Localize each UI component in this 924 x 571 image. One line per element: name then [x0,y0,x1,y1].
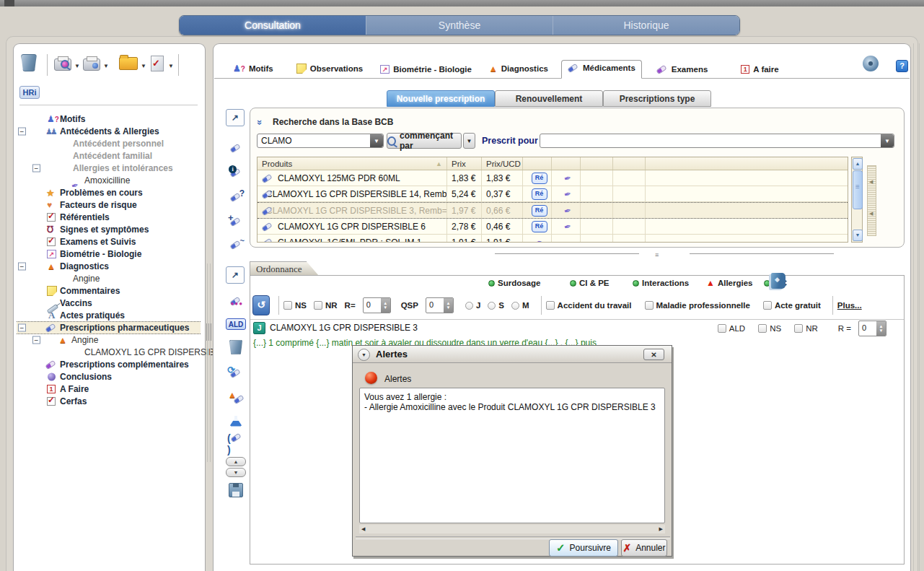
tree-item-vaccins[interactable]: Vaccins [17,297,201,309]
collapse-chevrons-icon[interactable]: » [255,120,265,123]
renew-drug-button[interactable]: ⟳ [227,365,245,382]
drug-info-button[interactable]: i [227,164,245,181]
help-button[interactable]: ? [896,60,908,72]
horizontal-splitter[interactable]: ≡ [495,250,834,256]
top-tab-synthese[interactable]: Synthèse [366,16,553,35]
annuler-button[interactable]: ✗ Annuler [621,539,667,557]
table-vertical-scrollbar[interactable]: ▲ ▼ [851,157,863,243]
scroll-right-icon[interactable]: ▶ [659,526,663,532]
rx-nr-checkbox[interactable] [794,324,803,333]
tree-item-referentiels[interactable]: Référentiels [17,211,201,223]
open-folder-button[interactable] [119,57,141,79]
drug-equivalent-button[interactable]: ~ [227,236,245,253]
tree-item-prescriptions-pharma[interactable]: − Prescriptions pharmaceutiques [17,321,201,334]
link-diagnostic-button[interactable]: ▲ [227,389,245,406]
dialog-menu-button[interactable]: ▼ [358,349,370,361]
subtab-renouvellement[interactable]: Renouvellement [495,90,603,107]
ald-button[interactable]: ALD [226,318,246,330]
plus-link[interactable]: Plus... [837,301,862,310]
move-up-button[interactable]: ▲ [226,457,246,466]
expand-ordonnance-button[interactable]: ↗ [226,266,245,284]
hri-button[interactable]: HRi [19,86,40,99]
tree-item-biometrie[interactable]: ↗ Biométrie - Biologie [17,248,201,260]
collapse-toggle[interactable]: − [18,262,26,270]
scroll-down-icon[interactable]: ▼ [853,230,863,241]
tree-item-diagnostics[interactable]: − ▲ Diagnostics [17,260,201,272]
col-prix-ucd[interactable]: Prix/UCD [482,157,523,170]
accident-travail-checkbox[interactable] [546,301,555,310]
tree-item-motifs[interactable]: ♟? Motifs [17,113,201,125]
splitter-left-icon[interactable]: ◀ [869,211,873,217]
feather-slash-icon[interactable]: ✒ [563,172,573,183]
drug-question-button[interactable]: ? [227,188,245,206]
search-mode-dropdown[interactable]: ▼ [463,133,475,149]
settings-button[interactable] [863,56,881,74]
close-button[interactable]: ✕ [643,349,664,360]
panel-splitter-grip[interactable] [206,323,211,341]
splitter-left-icon[interactable]: ◀ [869,179,873,185]
tab-examens[interactable]: Examens [651,62,714,78]
tab-diagnostics[interactable]: ▲ Diagnostics [483,61,554,78]
drug-search-combobox[interactable]: CLAMO ▼ [257,134,384,148]
dropdown-arrow-icon[interactable]: ▼ [370,134,383,147]
tree-item-prescriptions-compl[interactable]: Prescriptions complémentaires [17,358,201,370]
table-side-splitter[interactable]: ◀ ◀ [867,165,876,236]
maladie-pro-checkbox[interactable] [645,301,654,310]
tree-item-signes-symptomes[interactable]: ℧ Signes et symptômes [17,223,201,235]
tree-item-problemes[interactable]: ★ Problèmes en cours [17,186,201,199]
top-tab-consultation[interactable]: Consultation [180,16,366,35]
subtab-prescriptions-type[interactable]: Prescriptions type [603,90,711,107]
tree-item-facteurs-risque[interactable]: ♥ Facteurs de risque [17,199,201,211]
col-produits[interactable]: Produits▲ [258,157,447,170]
tree-item-clamoxyl[interactable]: CLAMOXYL 1G CPR DISPERSIBLE [17,346,201,358]
tree-item-angine-diag[interactable]: Angine [17,272,201,284]
print-dropdown-arrow[interactable]: ▼ [74,63,80,69]
rx-r-spinner[interactable]: 0▲▼ [858,321,886,336]
lab-button[interactable] [227,412,245,430]
semaines-radio[interactable] [488,302,496,310]
product-row[interactable]: CLAMOXYL 1G CPR DISPERSIBLE 14, Remb=65 … [258,186,848,202]
acte-gratuit-checkbox[interactable] [763,301,772,310]
tree-item-commentaires[interactable]: Commentaires [17,284,201,297]
move-down-button[interactable]: ▼ [226,468,246,477]
tree-item-cerfas[interactable]: Cerfas [17,395,201,407]
save-button[interactable] [227,481,245,499]
print-prescription-button[interactable] [54,58,76,80]
dialog-horizontal-scrollbar[interactable]: ◀ ▶ [359,525,665,533]
tree-item-antecedent-personnel[interactable]: Antécédent personnel [17,137,201,149]
ns-checkbox[interactable] [283,301,292,310]
search-starts-with-button[interactable]: commençant par [387,133,462,149]
bcb-book-icon[interactable] [771,273,786,289]
tab-biometrie[interactable]: ↗ Biométrie - Biologie [374,62,478,78]
r-spinner[interactable]: 0▲▼ [363,297,391,313]
delete-line-button[interactable] [227,339,245,356]
rx-ald-checkbox[interactable] [718,324,726,333]
nr-checkbox[interactable] [314,301,322,310]
delete-button[interactable] [21,54,43,76]
tree-item-amoxicilline[interactable]: ✒ Amoxicilline [17,174,201,186]
scroll-left-icon[interactable]: ◀ [361,526,365,532]
print-document-dropdown-arrow[interactable]: ▼ [103,63,109,69]
feather-slash-icon[interactable]: ✒ [563,204,573,216]
scroll-up-icon[interactable]: ▲ [853,158,863,170]
dialog-titlebar[interactable]: ▼ Alertes ✕ [353,346,672,363]
tab-motifs[interactable]: ♟? Motifs [227,61,279,78]
feather-slash-icon[interactable]: ✒ [534,236,544,243]
product-row[interactable]: CLAMOXYL 1G CPR DISPERSIBLE 6 2,78 € 0,4… [258,219,848,235]
product-row[interactable]: CLAMOXYL 125MG PDR 60ML 1,83 € 1,83 € Ré… [258,170,848,186]
tree-item-angine-presc[interactable]: − ▲ Angine [17,334,201,346]
tree-item-allergies-intolerances[interactable]: − Allergies et intolérances [17,162,201,174]
tree-item-antecedents[interactable]: − ♟♟ Antécédents & Allergies [17,125,201,137]
referentiel-badge[interactable]: Ré [532,173,547,184]
qsp-spinner[interactable]: 0▲▼ [426,297,454,313]
product-row[interactable]: CLAMOXYL 1G/5ML PDR : SOL IM 1 1,91 € 1,… [258,235,848,243]
subtab-nouvelle-prescription[interactable]: Nouvelle prescription [387,90,495,107]
tree-item-a-faire[interactable]: 1 A Faire [17,383,201,395]
dropdown-arrow-icon[interactable]: ▼ [881,134,894,147]
collapse-toggle[interactable]: − [18,127,26,135]
posology-button[interactable]: ●●● [227,292,245,310]
referentiel-badge[interactable]: Ré [532,221,547,232]
alert-message-box[interactable]: Vous avez 1 allergie : - Allergie Amoxic… [359,388,665,523]
expand-search-button[interactable]: ↗ [226,109,245,126]
feather-slash-icon[interactable]: ✒ [563,220,573,232]
